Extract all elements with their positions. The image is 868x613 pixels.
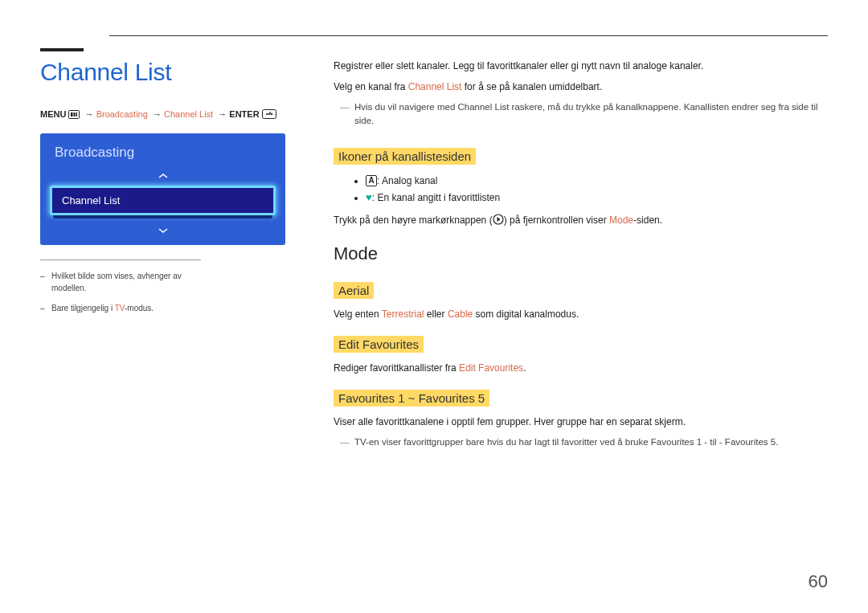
heading-icons: Ikoner på kanallistesiden <box>334 148 476 165</box>
breadcrumb-menu: MENU <box>40 109 66 119</box>
icons-para: Trykk på den høyre markørknappen () på f… <box>334 213 828 229</box>
fav15-dash-post: . <box>776 437 778 447</box>
editfav-p-pre: Rediger favorittkanallister fra <box>334 362 459 374</box>
page-number: 60 <box>809 571 828 592</box>
page-title: Channel List <box>40 59 285 86</box>
aerial-p-pre: Velg enten <box>334 309 382 320</box>
chevron-up-icon[interactable] <box>47 169 279 186</box>
fav15-l1: Favourites 1 <box>651 437 702 447</box>
note-tv-coral: TV <box>115 304 125 313</box>
chevron-down-icon[interactable] <box>47 219 279 239</box>
left-column: Channel List MENU → Broadcasting → Chann… <box>40 59 285 460</box>
note-tv-mode: Bare tilgjengelig i TV-modus. <box>40 302 201 314</box>
breadcrumb-broadcasting: Broadcasting <box>96 109 148 119</box>
editfav-p-post: . <box>523 362 526 374</box>
editfav-link: Edit Favourites <box>459 362 523 374</box>
enter-icon <box>262 109 276 122</box>
intro-dash-note: Hvis du vil navigere med Channel List ra… <box>334 100 828 129</box>
icons-p-pre: Trykk på den høyre markørknappen ( <box>334 215 493 226</box>
fav15-dash-pre: TV-en viser favorittgrupper bare hvis du… <box>354 437 651 447</box>
intro-para-1: Registrer eller slett kanaler. Legg til … <box>334 59 828 73</box>
aerial-para: Velg enten Terrestrial eller Cable som d… <box>334 307 828 321</box>
aerial-l2: Cable <box>448 309 473 320</box>
page: Channel List MENU → Broadcasting → Chann… <box>0 0 868 613</box>
tv-menu-item-selected[interactable]: Channel List <box>50 186 276 215</box>
icons-p-post: ) på fjernkontrollen viser <box>504 215 609 226</box>
breadcrumb-channel-list: Channel List <box>164 109 213 119</box>
note-tv-post: -modus. <box>125 304 154 313</box>
icons-p-end: -siden. <box>633 215 662 226</box>
icons-p-link: Mode <box>609 215 633 226</box>
right-column: Registrer eller slett kanaler. Legg til … <box>334 59 828 460</box>
header-rule <box>109 35 828 36</box>
intro-p2-link: Channel List <box>408 81 462 92</box>
breadcrumb: MENU → Broadcasting → Channel List → ENT… <box>40 108 285 122</box>
tv-panel-header: Broadcasting <box>47 140 279 169</box>
heading-favourites-1-5: Favourites 1 ~ Favourites 5 <box>334 390 489 407</box>
fav15-dash-note: TV-en viser favorittgrupper bare hvis du… <box>334 435 828 449</box>
svg-rect-1 <box>71 112 73 116</box>
svg-rect-2 <box>74 112 76 116</box>
aerial-l1: Terrestrial <box>382 309 424 320</box>
intro-dash-link: Channel List <box>457 102 509 112</box>
intro-p2-pre: Velg en kanal fra <box>334 81 408 92</box>
boxed-a-icon: A <box>366 175 377 186</box>
header-accent-bar <box>40 48 84 51</box>
heading-aerial: Aerial <box>334 282 374 299</box>
bullet-favourite: ♥: En kanal angitt i favorittlisten <box>366 189 828 206</box>
bullet-favourite-text: : En kanal angitt i favorittlisten <box>372 192 500 203</box>
fav15-l2: Favourites 5 <box>725 437 776 447</box>
menu-icon <box>68 110 80 122</box>
intro-p2-post: for å se på kanalen umiddelbart. <box>461 81 602 92</box>
content-columns: Channel List MENU → Broadcasting → Chann… <box>40 59 828 460</box>
breadcrumb-enter: ENTER <box>229 109 259 119</box>
tv-menu-panel: Broadcasting Channel List <box>40 133 285 245</box>
edit-fav-para: Rediger favorittkanallister fra Edit Fav… <box>334 361 828 375</box>
bullet-analog-text: : Analog kanal <box>377 175 437 186</box>
fav15-dash-mid: - til - <box>702 437 725 447</box>
heading-mode: Mode <box>334 243 828 264</box>
heart-icon: ♥ <box>366 191 372 203</box>
intro-dash-pre: Hvis du vil navigere med <box>354 102 457 112</box>
left-notes: Hvilket bilde som vises, avhenger av mod… <box>40 260 201 314</box>
note-model: Hvilket bilde som vises, avhenger av mod… <box>40 270 201 294</box>
note-tv-pre: Bare tilgjengelig i <box>51 304 115 313</box>
right-arrow-icon <box>493 214 504 229</box>
bullet-analog: A: Analog kanal <box>366 173 828 189</box>
heading-edit-favourites: Edit Favourites <box>334 336 424 353</box>
fav15-para: Viser alle favorittkanalene i opptil fem… <box>334 415 828 429</box>
aerial-p-post: som digital kanalmodus. <box>473 309 579 320</box>
svg-rect-3 <box>76 112 78 116</box>
intro-para-2: Velg en kanal fra Channel List for å se … <box>334 80 828 94</box>
aerial-p-mid: eller <box>424 309 448 320</box>
icons-bullets: A: Analog kanal ♥: En kanal angitt i fav… <box>334 173 828 206</box>
